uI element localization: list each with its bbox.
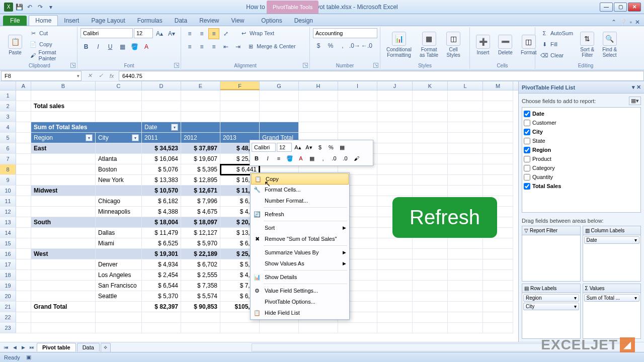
sheet-prev-icon[interactable]: ◀ — [11, 343, 19, 351]
new-sheet-icon[interactable]: ✧ — [101, 343, 111, 352]
col-header-E[interactable]: E — [181, 81, 220, 90]
help-icon[interactable]: ❔ — [619, 19, 627, 26]
fx-icon[interactable]: fx — [107, 71, 117, 80]
tab-formulas[interactable]: Formulas — [131, 16, 169, 26]
cm-pivottable-options-[interactable]: PivotTable Options... — [251, 296, 349, 307]
mini-font-combo[interactable]: Calibri — [252, 143, 276, 152]
number-launcher[interactable]: ↘ — [373, 63, 378, 68]
format-as-table-button[interactable]: ▦Format as Table — [417, 28, 441, 61]
font-color-button[interactable]: A — [141, 41, 152, 52]
clear-button[interactable]: ⌫Clear — [538, 50, 575, 60]
macro-record-icon[interactable]: ▣ — [26, 354, 31, 360]
mini-percent-icon[interactable]: % — [326, 142, 336, 152]
field-customer[interactable]: Customer — [524, 118, 639, 127]
pill-date[interactable]: Date▾ — [584, 236, 640, 244]
field-total-sales[interactable]: Total Sales — [524, 182, 639, 191]
formula-bar[interactable]: 6440.75 — [119, 71, 644, 81]
col-header-D[interactable]: D — [142, 81, 181, 90]
mini-italic-icon[interactable]: I — [263, 153, 273, 163]
align-center-icon[interactable]: ≡ — [196, 41, 207, 52]
align-top-icon[interactable]: ≡ — [184, 28, 195, 39]
delete-button[interactable]: ➖Delete — [495, 28, 516, 61]
cm-refresh[interactable]: 🔄Refresh — [251, 209, 349, 220]
merge-center-button[interactable]: ⊞Merge & Center — [245, 41, 298, 51]
tab-home[interactable]: Home — [29, 15, 58, 26]
col-header-A[interactable]: A — [16, 81, 31, 90]
window-restore-icon[interactable]: ▫ — [630, 19, 632, 26]
sort-filter-button[interactable]: ⇅Sort & Filter — [577, 28, 597, 61]
mini-bold-icon[interactable]: B — [252, 153, 262, 163]
font-launcher[interactable]: ↘ — [174, 63, 179, 68]
worksheet-grid[interactable]: ABCDEFGHIJKLM 12Total sales34Sum of Tota… — [0, 81, 518, 342]
qat-dropdown[interactable]: ▾ — [46, 3, 55, 12]
col-header-G[interactable]: G — [260, 81, 299, 90]
increase-indent-icon[interactable]: ⇥ — [232, 41, 244, 52]
mini-font-color-icon[interactable]: A — [296, 153, 306, 163]
maximize-button[interactable]: ▢ — [614, 3, 627, 12]
mini-inc-dec-icon[interactable]: .0 — [329, 153, 339, 163]
mini-size-combo[interactable]: 12 — [277, 143, 292, 152]
enter-formula-icon[interactable]: ✓ — [96, 71, 106, 80]
sheet-first-icon[interactable]: ⏮ — [2, 343, 10, 351]
mini-comma-icon[interactable]: , — [318, 153, 328, 163]
col-header-H[interactable]: H — [299, 81, 338, 90]
shrink-font-icon[interactable]: A▾ — [166, 28, 177, 39]
mini-shrink-font-icon[interactable]: A▾ — [304, 142, 314, 152]
file-tab[interactable]: File — [3, 16, 27, 26]
cm-remove-sum-of-total-sales-[interactable]: ✖Remove "Sum of Total Sales" — [251, 233, 349, 244]
bold-button[interactable]: B — [80, 41, 92, 52]
pill-region[interactable]: Region▾ — [523, 294, 579, 302]
field-list-dropdown-icon[interactable]: ▾ — [632, 84, 635, 90]
currency-icon[interactable]: $ — [313, 40, 324, 51]
increase-decimal-icon[interactable]: .0→ — [349, 40, 360, 51]
field-city[interactable]: City — [524, 127, 639, 136]
name-box[interactable]: F8▾ — [1, 71, 82, 81]
sheet-tab-data[interactable]: Data — [77, 343, 100, 351]
conditional-formatting-button[interactable]: 📊Conditional Formatting — [383, 28, 415, 61]
field-product[interactable]: Product — [524, 154, 639, 163]
cm-summarize-values-by[interactable]: Summarize Values By▶ — [251, 247, 349, 258]
cm-value-field-settings-[interactable]: ⚙Value Field Settings... — [251, 285, 349, 296]
decrease-decimal-icon[interactable]: ←.0 — [361, 40, 372, 51]
date-filter-dropdown[interactable]: ▾ — [171, 124, 178, 131]
align-bottom-icon[interactable]: ≡ — [208, 28, 219, 39]
col-header-F[interactable]: F — [220, 81, 260, 90]
tab-page-layout[interactable]: Page Layout — [85, 16, 131, 26]
undo-icon[interactable]: ↶ — [25, 3, 34, 12]
autosum-button[interactable]: ΣAutoSum — [538, 28, 575, 38]
col-header-C[interactable]: C — [96, 81, 142, 90]
align-middle-icon[interactable]: ≡ — [196, 28, 207, 39]
cancel-formula-icon[interactable]: ✕ — [85, 71, 95, 80]
close-button[interactable]: ✕ — [628, 3, 641, 12]
cm-number-format-[interactable]: Number Format... — [251, 195, 349, 206]
col-header-B[interactable]: B — [31, 81, 96, 90]
workbook-close-icon[interactable]: ✕ — [635, 19, 640, 26]
format-painter-button[interactable]: 🖌Format Painter — [27, 50, 74, 60]
alignment-launcher[interactable]: ↘ — [303, 63, 308, 68]
minimize-button[interactable]: — — [600, 3, 613, 12]
borders-button[interactable]: ▦ — [117, 41, 128, 52]
col-header-L[interactable]: L — [448, 81, 483, 90]
field-quantity[interactable]: Quantity — [524, 172, 639, 182]
insert-button[interactable]: ➕Insert — [473, 28, 493, 61]
pill-sum-of-total-[interactable]: Sum of Total ...▾ — [584, 294, 640, 302]
mini-grow-font-icon[interactable]: A▴ — [293, 142, 303, 152]
field-category[interactable]: Category — [524, 163, 639, 172]
field-list-layout-icon[interactable]: ▦▾ — [629, 97, 641, 105]
mini-borders-icon[interactable]: ▦ — [307, 153, 317, 163]
field-list-fields[interactable]: DateCustomerCityStateRegionProductCatego… — [522, 107, 641, 213]
tab-view[interactable]: View — [225, 16, 251, 26]
cut-button[interactable]: ✂Cut — [27, 28, 74, 38]
field-date[interactable]: Date — [524, 109, 639, 118]
fill-button[interactable]: ⬇Fill — [538, 39, 575, 49]
mini-fill-icon[interactable]: 🪣 — [285, 153, 295, 163]
mini-brush-icon[interactable]: 🖌 — [351, 153, 361, 163]
col-header-J[interactable]: J — [377, 81, 413, 90]
mini-currency-icon[interactable]: $ — [315, 142, 325, 152]
tab-options[interactable]: Options — [255, 16, 288, 26]
excel-icon[interactable]: X — [4, 3, 13, 12]
mini-dec-dec-icon[interactable]: .0 — [340, 153, 350, 163]
align-right-icon[interactable]: ≡ — [208, 41, 219, 52]
cm-show-values-as[interactable]: Show Values As▶ — [251, 258, 349, 269]
field-state[interactable]: State — [524, 136, 639, 145]
